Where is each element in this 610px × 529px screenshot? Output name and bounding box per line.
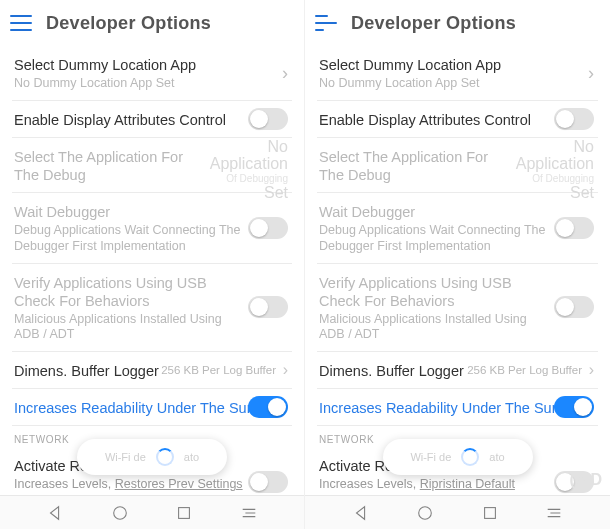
row-subtitle: Malicious Applications Installed Using A…	[319, 312, 549, 343]
enable-display-attributes-control[interactable]: Enable Display Attributes Control	[317, 101, 598, 138]
chevron-right-icon: ›	[588, 62, 594, 83]
nav-extra-button[interactable]	[545, 506, 563, 520]
svg-point-0	[113, 506, 126, 519]
select-dummy-location-app[interactable]: Select Dummy Location App No Dummy Locat…	[12, 46, 292, 101]
nav-back-button[interactable]	[352, 504, 370, 522]
row-subtitle: Debug Applications Wait Connecting The D…	[14, 223, 244, 254]
row-title: Select Dummy Location App	[319, 56, 596, 74]
toggle[interactable]	[248, 296, 288, 318]
pane-left: Developer Options Select Dummy Location …	[0, 0, 305, 529]
header: Developer Options	[0, 0, 304, 46]
row-title: Select The Application For The Debug	[14, 148, 204, 184]
chevron-right-icon: ›	[282, 62, 288, 83]
row-title: Verify Applications Using USB	[14, 274, 290, 292]
select-debug-application[interactable]: Select The Application For The Debug No …	[317, 138, 598, 193]
android-navbar	[0, 495, 304, 529]
toggle[interactable]	[554, 396, 594, 418]
nav-recents-button[interactable]	[175, 504, 193, 522]
svg-point-2	[419, 506, 432, 519]
toggle[interactable]	[248, 396, 288, 418]
select-debug-application[interactable]: Select The Application For The Debug No …	[12, 138, 292, 193]
toggle[interactable]	[248, 217, 288, 239]
row-value: 256 KB Per Log Buffer	[161, 364, 276, 376]
toggle[interactable]	[554, 217, 594, 239]
row-title: Wait Debugger	[319, 203, 596, 221]
increases-readability[interactable]: Increases Readability Under The Sun	[12, 389, 292, 426]
toggle[interactable]	[554, 296, 594, 318]
page-title: Developer Options	[46, 13, 211, 34]
svg-rect-1	[179, 507, 190, 518]
select-dummy-location-app[interactable]: Select Dummy Location App No Dummy Locat…	[317, 46, 598, 101]
enable-display-attributes-control[interactable]: Enable Display Attributes Control	[12, 101, 292, 138]
nav-extra-button[interactable]	[240, 506, 258, 520]
page-title: Developer Options	[351, 13, 516, 34]
wait-debugger[interactable]: Wait Debugger Debug Applications Wait Co…	[317, 193, 598, 263]
toggle[interactable]	[554, 471, 594, 493]
wifi-loading-overlay: Wi-Fi de ato	[383, 439, 533, 475]
toggle[interactable]	[248, 108, 288, 130]
row-subtitle: Debug Applications Wait Connecting The D…	[319, 223, 549, 254]
svg-rect-3	[484, 507, 495, 518]
nav-home-button[interactable]	[111, 504, 129, 522]
row-value: 256 KB Per Log Buffer	[467, 364, 582, 376]
ghost-no-app-set: No Application Of Debugging Set	[516, 138, 594, 202]
chevron-right-icon: ›	[283, 361, 288, 379]
buffer-logger-size[interactable]: Dimens. Buffer Logger 256 KB Per Log Buf…	[12, 352, 292, 389]
ghost-no-app-set: No Application Of Debugging Set	[210, 138, 288, 202]
verify-apps-usb[interactable]: Verify Applications Using USB Check For …	[12, 264, 292, 353]
header: Developer Options	[305, 0, 610, 46]
chevron-right-icon: ›	[589, 361, 594, 379]
row-subtitle: Malicious Applications Installed Using A…	[14, 312, 244, 343]
row-title: Verify Applications Using USB	[319, 274, 596, 292]
increases-readability[interactable]: Increases Readability Under The Sun	[317, 389, 598, 426]
row-subtitle: No Dummy Location App Set	[14, 76, 244, 92]
row-title: Select The Application For The Debug	[319, 148, 509, 184]
verify-apps-usb[interactable]: Verify Applications Using USB Check For …	[317, 264, 598, 353]
nav-recents-button[interactable]	[481, 504, 499, 522]
nav-home-button[interactable]	[416, 504, 434, 522]
nav-back-button[interactable]	[46, 504, 64, 522]
row-title: Select Dummy Location App	[14, 56, 290, 74]
android-navbar	[305, 495, 610, 529]
filter-icon[interactable]	[315, 15, 337, 31]
row-title: Wait Debugger	[14, 203, 290, 221]
row-subtitle: No Dummy Location App Set	[319, 76, 549, 92]
pane-right: Developer Options Select Dummy Location …	[305, 0, 610, 529]
spinner-icon	[461, 448, 479, 466]
buffer-logger-size[interactable]: Dimens. Buffer Logger 256 KB Per Log Buf…	[317, 352, 598, 389]
spinner-icon	[156, 448, 174, 466]
toggle[interactable]	[248, 471, 288, 493]
wait-debugger[interactable]: Wait Debugger Debug Applications Wait Co…	[12, 193, 292, 263]
toggle[interactable]	[554, 108, 594, 130]
menu-icon[interactable]	[10, 15, 32, 31]
restore-prev-settings-link[interactable]: Restores Prev Settings	[115, 477, 243, 491]
wifi-loading-overlay: Wi-Fi de ato	[77, 439, 227, 475]
